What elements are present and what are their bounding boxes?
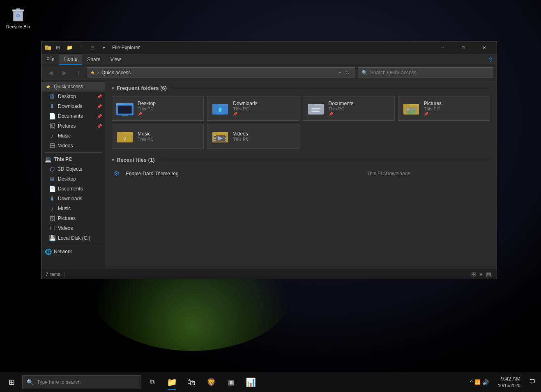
pc-downloads-folder-icon: ⬇ — [49, 195, 55, 202]
maximize-button[interactable]: □ — [454, 41, 473, 54]
recent-files-header[interactable]: ▾ Recent files (1) — [112, 157, 490, 163]
recent-files-title: Recent files (1) — [117, 157, 154, 163]
wifi-icon[interactable]: 📶 — [474, 379, 481, 385]
folder-card-downloads[interactable]: Downloads This PC 📌 — [207, 96, 299, 121]
clock[interactable]: 9:42 AM 10/15/2020 — [495, 375, 524, 389]
sidebar-item-network[interactable]: 🌐 Network — [41, 247, 105, 257]
pictures-folder-info: Pictures This PC 📌 — [424, 101, 442, 116]
videos-folder-icon: 🎞 — [49, 142, 55, 149]
sidebar-label-downloads: Downloads — [58, 103, 82, 109]
sidebar-item-pc-desktop[interactable]: 🖥 Desktop — [41, 174, 105, 184]
nav-back-button[interactable]: ◀ — [45, 68, 56, 78]
volume-icon[interactable]: 🔊 — [482, 379, 489, 385]
nav-forward-button[interactable]: ▶ — [59, 68, 70, 78]
small-icons-view[interactable]: ≡ — [478, 271, 484, 277]
videos-folder-name: Videos — [233, 131, 249, 137]
frequent-folders-header[interactable]: ▾ Frequent folders (6) — [112, 85, 490, 91]
taskbar-brave[interactable]: 🦁 — [202, 373, 220, 391]
taskbar-store[interactable]: 🛍 — [182, 373, 200, 391]
menu-file[interactable]: File — [41, 54, 59, 65]
recent-files-chevron: ▾ — [112, 157, 114, 163]
tray-expand-icon[interactable]: ^ — [470, 379, 473, 385]
recent-files-list: ⚙ Enable-Dark-Theme.reg This PC\Download… — [112, 168, 490, 179]
sidebar-item-desktop[interactable]: 🖥 Desktop 📌 — [41, 92, 105, 101]
address-bar[interactable]: ★ › Quick access ▾ ↻ — [87, 67, 355, 78]
sidebar-network-section: 🌐 Network — [41, 247, 105, 257]
sidebar-item-pc-pictures[interactable]: 🖼 Pictures — [41, 213, 105, 223]
view-icons: ⊞ ≡ ▤ — [470, 271, 493, 277]
sidebar-item-local-disk[interactable]: 💾 Local Disk (C:) — [41, 233, 105, 243]
start-button[interactable]: ⊞ — [2, 373, 21, 391]
recycle-bin[interactable]: ♻ Recycle Bin — [6, 6, 30, 29]
taskbar-search[interactable]: 🔍 Type here to search — [22, 375, 141, 389]
downloads-folder-icon: ⬇ — [49, 103, 55, 110]
minimize-button[interactable]: ─ — [433, 41, 452, 54]
folder-card-music[interactable]: ♪ Music This PC — [112, 124, 204, 149]
sidebar-item-pc-documents[interactable]: 📄 Documents — [41, 184, 105, 194]
pictures-folder-thumb — [403, 100, 420, 117]
taskbar-task-view[interactable]: ⧉ — [143, 373, 161, 391]
folder-card-pictures[interactable]: Pictures This PC 📌 — [398, 96, 490, 121]
taskbar-right: ^ 📶 🔊 9:42 AM 10/15/2020 🗨 — [467, 373, 539, 391]
time-display: 9:42 AM — [498, 375, 520, 383]
videos-folder-thumb — [212, 128, 229, 145]
pin-icon-pictures: 📌 — [97, 124, 102, 128]
svg-rect-16 — [311, 108, 320, 109]
start-icon: ⊞ — [9, 378, 15, 387]
sidebar-item-documents[interactable]: 📄 Documents 📌 — [41, 111, 105, 121]
toolbar-properties-icon[interactable]: ⊞ — [53, 44, 63, 52]
toolbar-view-icon[interactable]: ⊟ — [87, 44, 97, 52]
sidebar-item-this-pc[interactable]: 💻 This PC — [41, 154, 105, 164]
sidebar-item-videos[interactable]: 🎞 Videos — [41, 141, 105, 151]
downloads-folder-path: This PC — [233, 106, 257, 111]
folder-card-documents[interactable]: Documents This PC 📌 — [303, 96, 395, 121]
list-view[interactable]: ▤ — [485, 271, 493, 277]
address-refresh-icon[interactable]: ↻ — [343, 69, 352, 76]
toolbar-down-icon[interactable]: ▾ — [99, 44, 109, 52]
sidebar-divider-1 — [45, 152, 102, 153]
nav-up-button[interactable]: ↑ — [73, 68, 84, 78]
system-tray: ^ 📶 🔊 — [467, 379, 492, 385]
toolbar-share-icon[interactable]: ↑ — [76, 44, 86, 52]
sidebar-label-videos: Videos — [58, 143, 73, 149]
documents-folder-info: Documents This PC 📌 — [329, 101, 354, 116]
downloads-folder-thumb — [212, 100, 229, 117]
svg-rect-33 — [225, 140, 226, 141]
menu-help[interactable]: ? — [484, 54, 497, 65]
desktop-folder-name: Desktop — [138, 101, 156, 106]
folder-card-desktop[interactable]: Desktop This PC 📌 — [112, 96, 204, 121]
menu-view[interactable]: View — [105, 54, 126, 65]
sidebar-item-pc-downloads[interactable]: ⬇ Downloads — [41, 194, 105, 204]
close-button[interactable]: ✕ — [474, 41, 493, 54]
documents-folder-pin: 📌 — [329, 112, 354, 116]
address-separator: › — [97, 70, 99, 76]
sidebar-item-pc-videos[interactable]: 🎞 Videos — [41, 223, 105, 233]
documents-folder-name: Documents — [329, 101, 354, 106]
taskbar-office[interactable]: 📊 — [242, 373, 260, 391]
reg-file-icon: ⚙ — [112, 170, 122, 177]
items-count: 7 items — [46, 272, 60, 277]
search-bar[interactable]: 🔍 Search Quick access — [358, 67, 493, 78]
sidebar-item-pc-music[interactable]: ♪ Music — [41, 204, 105, 213]
status-bar: 7 items | ⊞ ≡ ▤ — [41, 269, 497, 279]
downloads-folder-pin: 📌 — [233, 112, 257, 116]
sidebar-item-downloads[interactable]: ⬇ Downloads 📌 — [41, 101, 105, 111]
content-area: ▾ Frequent folders (6) — [105, 80, 497, 269]
search-input[interactable]: Search Quick access — [370, 70, 417, 76]
folder-card-videos[interactable]: Videos This PC — [207, 124, 299, 149]
sidebar-item-quick-access[interactable]: ★ Quick access — [41, 82, 105, 92]
menu-home[interactable]: Home — [59, 54, 82, 65]
sidebar-item-3d-objects[interactable]: ⬡ 3D Objects — [41, 164, 105, 174]
taskbar-terminal[interactable]: ▣ — [222, 373, 240, 391]
menu-share[interactable]: Share — [82, 54, 105, 65]
recent-file-row-0[interactable]: ⚙ Enable-Dark-Theme.reg This PC\Download… — [112, 168, 490, 179]
sidebar-label-pictures: Pictures — [58, 123, 76, 129]
notification-button[interactable]: 🗨 — [526, 373, 539, 391]
taskbar-file-explorer[interactable]: 📁 — [163, 373, 181, 391]
downloads-folder-name: Downloads — [233, 101, 257, 106]
large-icons-view[interactable]: ⊞ — [470, 271, 477, 277]
sidebar-item-music[interactable]: ♪ Music — [41, 131, 105, 141]
toolbar-new-folder-icon[interactable]: 📁 — [64, 44, 74, 52]
sidebar-item-pictures[interactable]: 🖼 Pictures 📌 — [41, 121, 105, 131]
office-icon: 📊 — [246, 377, 256, 387]
